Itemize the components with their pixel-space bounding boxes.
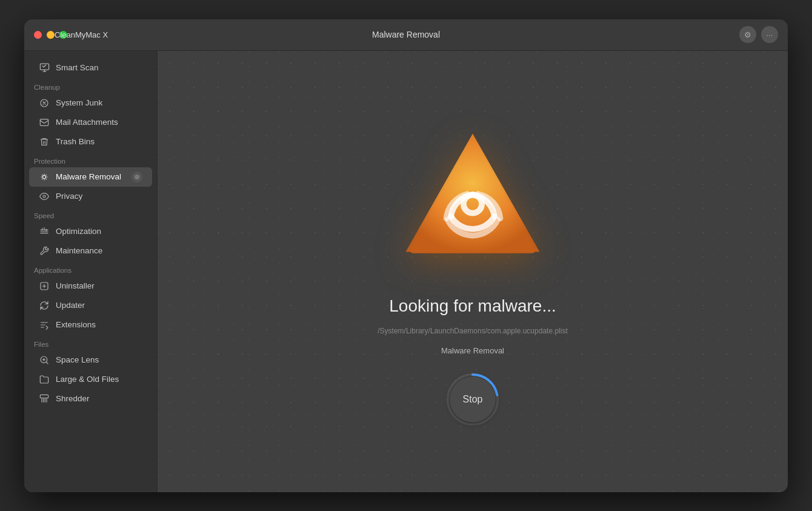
svg-rect-8 [40,395,48,398]
sidebar-item-maintenance[interactable]: Maintenance [29,241,152,261]
main-layout: Smart Scan Cleanup System Junk [24,51,788,492]
smart-scan-label: Smart Scan [56,63,99,72]
large-files-icon [39,374,50,385]
sidebar-item-updater[interactable]: Updater [29,296,152,315]
section-applications-label: Applications [24,261,157,276]
biohazard-icon [394,122,551,279]
maintenance-label: Maintenance [56,246,102,255]
privacy-label: Privacy [56,192,82,201]
content-inner: Looking for malware... /System/Library/L… [378,116,568,427]
section-cleanup-label: Cleanup [24,78,157,93]
shredder-label: Shredder [56,394,90,403]
section-speed-label: Speed [24,206,157,222]
scan-path-text: /System/Library/LaunchDaemons/com.apple.… [378,327,568,335]
sidebar-item-large-old-files[interactable]: Large & Old Files [29,370,152,389]
scan-status-text: Looking for malware... [389,296,556,316]
optimization-label: Optimization [56,227,101,236]
sidebar-item-privacy[interactable]: Privacy [29,187,152,206]
trash-bins-label: Trash Bins [56,137,95,146]
smart-scan-icon [39,62,50,73]
sidebar-item-uninstaller[interactable]: Uninstaller [29,276,152,296]
section-protection-label: Protection [24,152,157,167]
optimization-icon [39,226,50,237]
sidebar-item-system-junk[interactable]: System Junk [29,93,152,113]
app-window: CleanMyMac X Malware Removal ⚙ ··· Smart… [24,19,788,492]
uninstaller-icon [39,281,50,292]
svg-rect-2 [40,119,48,125]
extensions-label: Extensions [56,320,96,329]
space-lens-icon [39,355,50,366]
sidebar-item-space-lens[interactable]: Space Lens [29,350,152,370]
extensions-icon [39,319,50,330]
system-junk-icon [39,98,50,109]
updater-label: Updater [56,301,85,310]
svg-point-5 [43,195,45,198]
sidebar-item-mail-attachments[interactable]: Mail Attachments [29,113,152,132]
malware-icon [39,172,50,182]
sidebar-item-trash-bins[interactable]: Trash Bins [29,132,152,152]
malware-badge [131,172,142,182]
large-old-files-label: Large & Old Files [56,375,119,384]
sidebar-item-optimization[interactable]: Optimization [29,222,152,241]
sidebar-item-malware-removal[interactable]: Malware Removal [29,167,152,187]
stop-button[interactable]: Stop [450,376,496,422]
sidebar-item-smart-scan[interactable]: Smart Scan [29,58,152,78]
stop-button-container: Stop [445,372,500,427]
biohazard-container [388,116,557,286]
trash-icon [39,136,50,147]
sidebar-item-extensions[interactable]: Extensions [29,315,152,335]
space-lens-label: Space Lens [56,355,99,364]
svg-point-3 [42,175,45,178]
app-name: CleanMyMac X [55,30,108,39]
uninstaller-label: Uninstaller [56,281,95,290]
minimize-button[interactable] [47,31,55,39]
mail-attachments-label: Mail Attachments [56,118,118,127]
shredder-icon [39,393,50,404]
mail-icon [39,117,50,128]
window-title: Malware Removal [372,30,440,39]
malware-removal-label: Malware Removal [56,172,121,181]
more-icon[interactable]: ··· [761,26,778,43]
privacy-icon [39,191,50,202]
updater-icon [39,300,50,311]
section-files-label: Files [24,335,157,350]
content-area: Looking for malware... /System/Library/L… [158,51,788,492]
svg-point-4 [135,175,139,179]
titlebar-actions: ⚙ ··· [739,26,778,43]
scan-module-text: Malware Removal [441,346,504,355]
settings-icon[interactable]: ⚙ [739,26,756,43]
titlebar: CleanMyMac X Malware Removal ⚙ ··· [24,19,788,51]
maintenance-icon [39,245,50,256]
close-button[interactable] [34,31,42,39]
system-junk-label: System Junk [56,98,102,107]
sidebar-item-shredder[interactable]: Shredder [29,389,152,409]
sidebar: Smart Scan Cleanup System Junk [24,51,158,492]
